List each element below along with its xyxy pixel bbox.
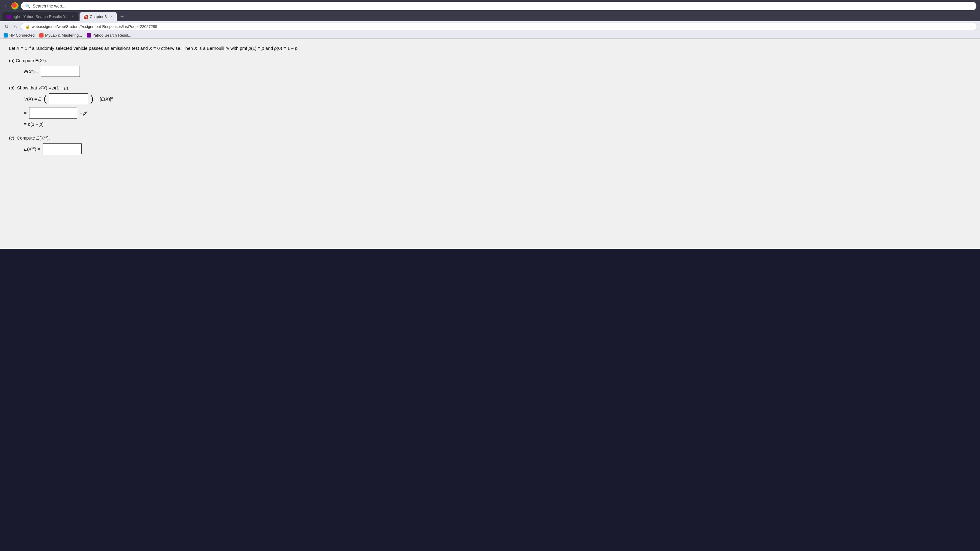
search-bar[interactable]: 🔍 Search the web... xyxy=(21,2,977,10)
tab-yahoo[interactable]: ogle - Yahoo Search Results Y... ✕ xyxy=(2,12,78,21)
bookmark-hp[interactable]: HP Connected xyxy=(3,33,35,38)
mylab-favicon xyxy=(39,33,43,38)
search-bar-row: ← 🔍 Search the web... xyxy=(0,0,980,12)
home-button[interactable]: ⌂ xyxy=(12,24,18,30)
browser-chrome: ← 🔍 Search the web... ogle - Yahoo Searc… xyxy=(0,0,980,39)
page-content: Let X = 1 if a randomly selected vehicle… xyxy=(0,39,980,249)
new-tab-button[interactable]: + xyxy=(118,13,126,21)
part-b-input2[interactable] xyxy=(29,107,77,119)
bookmark-yahoo-label: Yahoo Search Resul... xyxy=(92,33,131,38)
part-c-label: (c) Compute E(X92). xyxy=(9,135,971,140)
address-bar-row: ↻ ⌂ 🔒 webassign.net/web/Student/Assignme… xyxy=(0,21,980,32)
part-a: (a) Compute E(X²). E(X2) = xyxy=(9,58,971,77)
part-c-eq-text: E(X92) = xyxy=(24,146,40,152)
hp-favicon xyxy=(3,33,8,38)
part-b-label: (b) Show that V(X) = p(1 − p). xyxy=(9,85,971,91)
tab1-label: ogle - Yahoo Search Results Y... xyxy=(13,14,68,19)
bookmarks-bar: HP Connected MyLab & Mastering... Yahoo … xyxy=(0,32,980,39)
part-a-input[interactable] xyxy=(41,66,80,77)
tab-chapter3[interactable]: W Chapter 3 ✕ xyxy=(80,12,117,21)
tab2-close[interactable]: ✕ xyxy=(110,15,113,19)
part-b-vx-eq: V(X) = E xyxy=(24,96,41,102)
part-b: (b) Show that V(X) = p(1 − p). V(X) = E … xyxy=(9,85,971,127)
part-b-minus-ex2: − [E(X)]2 xyxy=(96,96,113,102)
bookmark-mylab-label: MyLab & Mastering... xyxy=(45,33,82,38)
browser-logo xyxy=(11,2,19,10)
bookmark-mylab[interactable]: MyLab & Mastering... xyxy=(39,33,82,38)
part-b-equals2: = xyxy=(24,110,27,116)
bookmark-yahoo[interactable]: Yahoo Search Resul... xyxy=(87,33,131,38)
part-b-line3: = p(1 − p) xyxy=(24,122,971,127)
yahoo-favicon xyxy=(87,33,91,38)
tab1-close[interactable]: ✕ xyxy=(72,15,74,19)
bookmark-hp-label: HP Connected xyxy=(9,33,35,38)
part-b-line1: V(X) = E ( ) − [E(X)]2 xyxy=(24,93,971,104)
tabs-row: ogle - Yahoo Search Results Y... ✕ W Cha… xyxy=(0,12,980,21)
refresh-button[interactable]: ↻ xyxy=(3,23,10,30)
part-b-minus-p2: − p2 xyxy=(80,110,88,116)
intro-text: Let X = 1 if a randomly selected vehicle… xyxy=(9,46,299,51)
search-input-text: Search the web... xyxy=(33,3,65,8)
tab2-label: Chapter 3 xyxy=(90,14,107,19)
lock-icon: 🔒 xyxy=(25,24,30,29)
part-a-equation: E(X2) = xyxy=(24,66,971,77)
left-paren: ( xyxy=(43,94,46,103)
back-button[interactable]: ← xyxy=(3,3,9,9)
part-b-input1[interactable] xyxy=(49,93,88,104)
part-b-line2: = − p2 xyxy=(24,107,971,119)
tab1-favicon xyxy=(6,15,11,19)
tab2-favicon: W xyxy=(84,15,88,19)
part-c-input[interactable] xyxy=(43,143,82,154)
search-icon: 🔍 xyxy=(25,3,30,8)
part-a-eq-text: E(X2) = xyxy=(24,69,38,74)
part-c-equation: E(X92) = xyxy=(24,143,971,154)
part-a-label: (a) Compute E(X²). xyxy=(9,58,971,63)
problem-intro: Let X = 1 if a randomly selected vehicle… xyxy=(9,45,971,52)
part-b-result: = p(1 − p) xyxy=(24,122,43,127)
part-c: (c) Compute E(X92). E(X92) = xyxy=(9,135,971,154)
address-field[interactable]: 🔒 webassign.net/web/Student/Assignment-R… xyxy=(21,23,977,30)
address-text: webassign.net/web/Student/Assignment-Res… xyxy=(32,24,158,29)
right-paren: ) xyxy=(91,94,93,103)
